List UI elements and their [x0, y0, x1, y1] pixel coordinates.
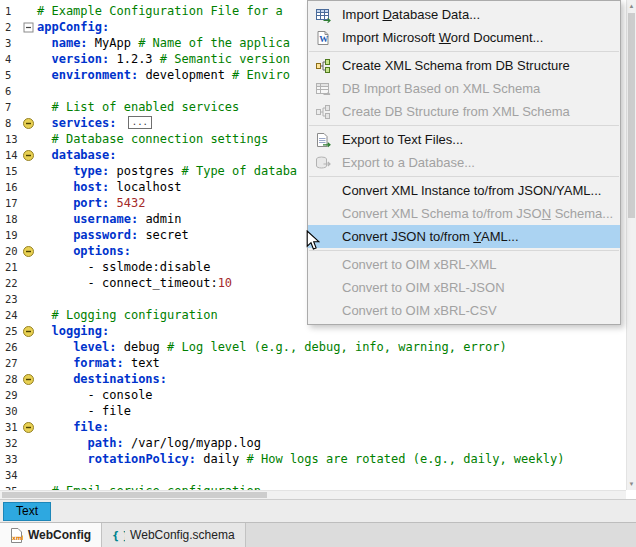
folded-code-placeholder[interactable]: ...: [128, 116, 152, 129]
line-number: 20: [0, 243, 21, 259]
fold-gutter: [21, 467, 37, 483]
line-number: 27: [0, 355, 21, 371]
code-line-28[interactable]: 28 destinations:: [0, 371, 636, 387]
menu-separator: [309, 250, 619, 251]
code-text: username: admin: [37, 211, 182, 227]
export-text-files-icon: [313, 132, 333, 148]
menu-item-convert-to-oim-xbrl-json: Convert to OIM xBRL-JSON: [308, 276, 620, 299]
horizontal-scroll-thumb[interactable]: [2, 492, 267, 498]
fold-gutter: [21, 227, 37, 243]
menu-item-create-db-structure-from-xml-schema: Create DB Structure from XML Schema: [308, 100, 620, 123]
line-number: 2: [0, 19, 21, 35]
fold-gutter: [21, 3, 37, 19]
view-tab-bar: Text: [0, 499, 636, 522]
line-number: 6: [0, 83, 21, 99]
code-text: file:: [37, 419, 109, 435]
text-view-editor[interactable]: 1# Example Configuration File for a 2app…: [0, 0, 636, 499]
svg-text:{ }: { }: [112, 530, 125, 542]
fold-gutter: [21, 67, 37, 83]
code-text: level: debug # Log level (e.g., debug, i…: [37, 339, 507, 355]
scroll-down-arrow-icon[interactable]: ▼: [627, 478, 636, 490]
menu-item-convert-xml-instance-to-from-json-yaml[interactable]: Convert XML Instance to/from JSON/YAML..…: [308, 179, 620, 202]
export-database-icon: [313, 155, 333, 171]
menu-icon-spacer: [313, 303, 333, 319]
fold-marker-icon[interactable]: [21, 323, 37, 339]
code-line-31[interactable]: 31 file:: [0, 419, 636, 435]
line-number: 14: [0, 147, 21, 163]
menu-item-label: DB Import Based on XML Schema: [342, 81, 540, 96]
menu-item-label: Create DB Structure from XML Schema: [342, 104, 570, 119]
fold-marker-icon[interactable]: [21, 115, 37, 131]
menu-item-import-database-data[interactable]: Import Database Data...: [308, 3, 620, 26]
code-line-30[interactable]: 30 - file: [0, 403, 636, 419]
code-text: environment: development # Enviro: [37, 67, 290, 83]
code-line-29[interactable]: 29 - console: [0, 387, 636, 403]
xmlspy-window: 1# Example Configuration File for a 2app…: [0, 0, 636, 547]
file-tab-webconfig-schema[interactable]: { }WebConfig.schema: [102, 523, 246, 547]
menu-item-label: Import Database Data...: [342, 7, 480, 22]
svg-text:W: W: [319, 34, 328, 44]
code-line-33[interactable]: 33 rotationPolicy: daily # How logs are …: [0, 451, 636, 467]
menu-separator: [309, 176, 619, 177]
menu-item-convert-json-to-from-yaml[interactable]: Convert JSON to/from YAML...: [308, 225, 620, 248]
code-line-32[interactable]: 32 path: /var/log/myapp.log: [0, 435, 636, 451]
code-text: - file: [37, 403, 131, 419]
code-text: path: /var/log/myapp.log: [37, 435, 261, 451]
file-tab-webconfig[interactable]: xmlWebConfig: [0, 523, 102, 547]
menu-item-label: Convert to OIM xBRL-CSV: [342, 303, 497, 318]
code-text: destinations:: [37, 371, 167, 387]
code-text: type: postgres # Type of databa: [37, 163, 297, 179]
code-text: # Logging configuration: [37, 307, 218, 323]
code-line-26[interactable]: 26 level: debug # Log level (e.g., debug…: [0, 339, 636, 355]
code-text: format: text: [37, 355, 160, 371]
line-number: 1: [0, 3, 21, 19]
db-import-xml-schema-icon: [313, 81, 333, 97]
line-number: 31: [0, 419, 21, 435]
code-text: database:: [37, 147, 116, 163]
code-text: services: ...: [37, 115, 152, 131]
file-tab-bar: xmlWebConfig{ }WebConfig.schema: [0, 522, 636, 547]
code-text: appConfig:: [37, 19, 109, 35]
line-number: 15: [0, 163, 21, 179]
vertical-scrollbar[interactable]: ▲ ▼: [626, 0, 636, 490]
fold-gutter: [21, 131, 37, 147]
fold-expanded-icon[interactable]: [21, 19, 37, 35]
fold-marker-icon[interactable]: [21, 371, 37, 387]
fold-gutter: [21, 83, 37, 99]
vertical-scroll-thumb[interactable]: [628, 13, 635, 218]
scroll-up-arrow-icon[interactable]: ▲: [627, 0, 636, 12]
line-number: 5: [0, 67, 21, 83]
line-number: 28: [0, 371, 21, 387]
create-db-structure-icon: [313, 104, 333, 120]
code-text: - console: [37, 387, 153, 403]
code-text: - connect_timeout:10: [37, 275, 232, 291]
menu-item-export-to-text-files[interactable]: Export to Text Files...: [308, 128, 620, 151]
code-line-25[interactable]: 25 logging:: [0, 323, 636, 339]
code-line-34[interactable]: 34: [0, 467, 636, 483]
horizontal-scrollbar[interactable]: [0, 490, 626, 499]
line-number: 4: [0, 51, 21, 67]
fold-marker-icon[interactable]: [21, 243, 37, 259]
code-line-27[interactable]: 27 format: text: [0, 355, 636, 371]
fold-marker-icon[interactable]: [21, 419, 37, 435]
menu-item-create-xml-schema-from-db-structure[interactable]: Create XML Schema from DB Structure: [308, 54, 620, 77]
code-text: # Example Configuration File for a: [37, 3, 290, 19]
menu-item-label: Export to a Database...: [342, 155, 475, 170]
code-text: # List of enabled services: [37, 99, 239, 115]
menu-item-import-microsoft-word-document[interactable]: WImport Microsoft Word Document...: [308, 26, 620, 49]
code-text: name: MyApp # Name of the applica: [37, 35, 290, 51]
menu-item-db-import-based-on-xml-schema: DB Import Based on XML Schema: [308, 77, 620, 100]
fold-marker-icon[interactable]: [21, 147, 37, 163]
menu-item-convert-xml-schema-to-from-json-schema: Convert XML Schema to/from JSON Schema..…: [308, 202, 620, 225]
fold-gutter: [21, 51, 37, 67]
line-number: 16: [0, 179, 21, 195]
file-tab-label: WebConfig: [28, 528, 91, 542]
fold-gutter: [21, 291, 37, 307]
view-tab-text[interactable]: Text: [3, 502, 51, 521]
fold-gutter: [21, 179, 37, 195]
line-number: 21: [0, 259, 21, 275]
line-number: 32: [0, 435, 21, 451]
menu-item-label: Create XML Schema from DB Structure: [342, 58, 570, 73]
fold-gutter: [21, 307, 37, 323]
file-tab-label: WebConfig.schema: [130, 528, 235, 542]
